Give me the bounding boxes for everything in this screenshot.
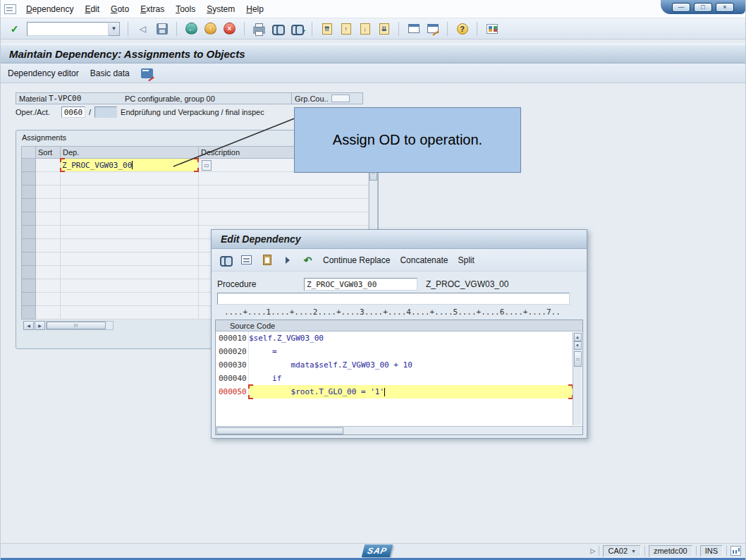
vscrollbar-thumb[interactable] [574,351,582,367]
operation-field[interactable]: 0060 [61,106,85,118]
sort-column-header[interactable]: Sort [36,146,61,159]
row-selector[interactable] [21,239,36,252]
scroll-up-icon[interactable]: ▲ [574,333,582,341]
customize-button[interactable] [484,20,500,37]
source-line: 000020 = [216,345,582,358]
source-empty-area[interactable] [216,398,582,427]
toolbar-separator [312,22,312,36]
continue-replace-button[interactable]: Continue Replace [320,253,393,267]
dep-cell[interactable]: Z_PROC_VGW03_00 [61,159,199,172]
assignments-hscrollbar: ◀ ▶ [23,321,114,330]
line-number: 000010 [216,331,249,345]
selector-column-header[interactable] [21,146,36,159]
dialog-find-button[interactable] [218,252,234,269]
line-number: 000030 [216,358,249,372]
restore-button[interactable]: □ [694,3,712,12]
procedure-name: Z_PROC_VGW03_00 [426,279,508,289]
create-shortcut-icon [427,24,439,33]
message-expand-icon[interactable]: ▷ [591,547,596,554]
menu-item-tools[interactable]: Tools [170,1,201,17]
sort-cell[interactable] [36,159,61,172]
row-selector[interactable] [21,306,36,319]
scroll-down-icon[interactable]: ▼ [574,341,582,350]
row-selector[interactable] [21,226,36,239]
find-button[interactable] [270,20,286,37]
previous-page-button[interactable]: ↑ [338,20,354,37]
transaction-field[interactable]: CA02 ▼ [603,545,640,557]
hscrollbar-track[interactable] [46,321,114,330]
row-selector[interactable] [21,172,36,185]
shortcut-button[interactable] [424,20,441,37]
line-code[interactable]: $self.Z_VGW03_00 [249,331,573,345]
cancel-icon: × [224,23,236,35]
row-selector[interactable] [21,159,36,172]
edit-line-field[interactable] [217,293,570,305]
menu-item-edit[interactable]: Edit [79,1,105,17]
line-code[interactable]: mdata$self.Z_VGW03_00 + 10 [249,358,573,372]
row-selector[interactable] [21,293,36,306]
dialog-undo-button[interactable]: ↶ [300,252,316,269]
enter-button[interactable]: ✓ [6,20,23,37]
line-code[interactable]: = [249,345,573,358]
minimize-button[interactable]: — [672,3,690,12]
dialog-paste-button[interactable] [259,252,275,269]
line-code[interactable]: if [249,372,573,385]
help-icon: ? [457,23,468,35]
save-button[interactable] [154,20,170,37]
basic-data-button[interactable]: Basic data [90,68,130,78]
cancel-button[interactable]: × [221,20,238,37]
find-icon [272,24,285,33]
dialog-replace-button[interactable] [238,252,255,269]
last-page-button[interactable]: ⇊ [376,20,392,37]
performance-icon[interactable] [730,546,741,556]
row-selector[interactable] [21,252,36,266]
group-counter-field[interactable] [331,95,350,102]
source-line: 000030 mdata$self.Z_VGW03_00 + 10 [216,358,582,372]
menu-item-dependency[interactable]: Dependency [20,1,79,17]
split-button[interactable]: Split [455,253,477,267]
suboperation-field[interactable] [94,106,117,118]
row-selector[interactable] [21,212,36,226]
menu-item-help[interactable]: Help [240,1,269,17]
source-hscrollbar[interactable] [216,426,582,434]
system-menu-icon[interactable] [4,4,16,14]
new-session-button[interactable] [405,20,422,37]
callout-text: Assign OD to operation. [333,132,482,148]
command-dropdown-icon[interactable]: ▼ [109,22,120,36]
dialog-select-button[interactable] [279,252,295,269]
dep-column-header[interactable]: Dep. [61,146,199,159]
find-next-button[interactable]: + [289,20,305,37]
menu-item-extras[interactable]: Extras [135,1,170,17]
command-field-group: ▼ [27,22,120,36]
row-selector[interactable] [21,266,36,279]
menu-item-system[interactable]: System [201,1,240,17]
scroll-left-icon[interactable]: ◀ [23,321,34,330]
source-vscrollbar[interactable]: ▲ ▼ [573,332,582,425]
material-value: T-VPC00 [49,94,125,103]
next-page-button[interactable]: ↓ [357,20,373,37]
transaction-dropdown-icon[interactable]: ▼ [631,549,636,554]
close-button[interactable]: × [716,3,734,12]
row-selector[interactable] [21,185,36,199]
dependency-editor-button[interactable]: Dependency editor [8,68,79,78]
dialog-title-bar[interactable]: Edit Dependency [212,230,587,249]
back-list-button[interactable]: ◁ [135,20,151,37]
row-selector[interactable] [21,199,36,212]
first-page-button[interactable]: ⇈ [319,20,335,37]
concatenate-button[interactable]: Concatenate [397,253,451,267]
row-selector[interactable] [21,279,36,293]
dependency-detail-icon[interactable]: ▭ [202,160,212,171]
print-button[interactable] [251,20,267,37]
menu-item-goto[interactable]: Goto [105,1,135,17]
back-button[interactable]: ← [183,20,200,37]
line-code[interactable]: $root.T_GLO_00 = '1' [249,385,573,398]
insert-mode-field[interactable]: INS [700,545,723,557]
command-field[interactable] [27,22,109,36]
procedure-field[interactable]: Z_PROC_VGW03_00 [304,278,417,291]
help-button[interactable]: ? [454,20,470,37]
exit-button[interactable]: ↑ [202,20,219,37]
hscrollbar-thumb[interactable] [47,322,106,329]
wizard-icon[interactable] [141,68,153,78]
hscrollbar-thumb[interactable] [216,427,343,434]
scroll-right-icon[interactable]: ▶ [35,321,45,330]
